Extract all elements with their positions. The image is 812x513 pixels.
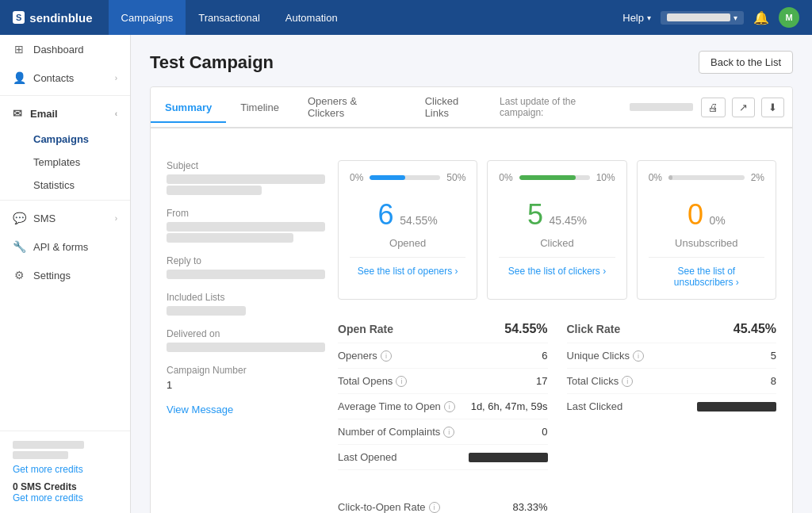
sidebar-bottom: Get more credits 0 SMS Credits Get more … bbox=[0, 431, 130, 513]
get-more-credits-link-2[interactable]: Get more credits bbox=[13, 492, 83, 503]
divider-2 bbox=[0, 200, 130, 201]
open-rate-title: Open Rate bbox=[338, 323, 393, 335]
nav-right: Help ▾ ▾ 🔔 M bbox=[622, 7, 799, 28]
top-navigation: S sendinblue Campaigns Transactional Aut… bbox=[0, 0, 812, 35]
divider bbox=[0, 95, 130, 96]
sidebar-item-statistics[interactable]: Statistics bbox=[0, 174, 130, 197]
complaints-info-icon[interactable]: i bbox=[443, 427, 454, 438]
help-button[interactable]: Help ▾ bbox=[622, 12, 651, 24]
opened-bar-track bbox=[370, 175, 440, 180]
subject-label: Subject bbox=[167, 160, 325, 171]
openers-info-icon[interactable]: i bbox=[381, 350, 392, 362]
last-opened-key: Last Opened bbox=[338, 451, 396, 463]
stat-cards: 0% 50% 6 54.55% Opened See bbox=[338, 160, 776, 300]
last-clicked-blurred bbox=[697, 402, 776, 412]
tab-clicked-links[interactable]: Clicked Links bbox=[411, 87, 500, 128]
last-clicked-key: Last Clicked bbox=[567, 400, 623, 412]
campaign-number-value: 1 bbox=[167, 379, 325, 391]
download-button[interactable]: ⬇ bbox=[761, 98, 784, 117]
total-opens-info-icon[interactable]: i bbox=[396, 376, 407, 387]
email-chevron-icon: ‹ bbox=[115, 109, 117, 118]
stat-card-unsubscribed: 0% 2% 0 0% Unsubscribed Se bbox=[637, 160, 776, 300]
unique-clicks-key: Unique Clicks i bbox=[567, 350, 644, 362]
sidebar-item-contacts[interactable]: 👤 Contacts › bbox=[0, 63, 130, 92]
sidebar-item-api-forms[interactable]: 🔧 API & forms bbox=[0, 232, 130, 261]
complaints-key: Number of Complaints i bbox=[338, 426, 454, 438]
total-clicks-row: Total Clicks i 8 bbox=[567, 369, 777, 394]
tab-openers-clickers[interactable]: Openers & Clickers bbox=[293, 87, 411, 128]
opened-bar-fill bbox=[370, 175, 404, 180]
openers-val: 6 bbox=[542, 350, 547, 362]
unique-clicks-row: Unique Clicks i 5 bbox=[567, 343, 777, 369]
nav-transactional[interactable]: Transactional bbox=[186, 0, 273, 35]
last-opened-blurred bbox=[469, 453, 548, 462]
sms-credits-label: 0 SMS Credits bbox=[13, 481, 117, 492]
email-icon: ✉ bbox=[13, 107, 22, 120]
tab-timeline[interactable]: Timeline bbox=[226, 94, 293, 123]
sidebar-item-campaigns[interactable]: Campaigns bbox=[0, 128, 130, 151]
view-message-link[interactable]: View Message bbox=[167, 404, 233, 415]
tab-summary[interactable]: Summary bbox=[151, 94, 226, 123]
spacer-row bbox=[338, 470, 548, 495]
reply-to-label: Reply to bbox=[167, 255, 325, 266]
unique-clicks-val: 5 bbox=[771, 350, 776, 362]
stat-card-opened: 0% 50% 6 54.55% Opened See bbox=[338, 160, 477, 300]
unique-clicks-info-icon[interactable]: i bbox=[633, 350, 644, 362]
user-menu-button[interactable]: ▾ bbox=[661, 11, 744, 25]
from-value-1 bbox=[167, 222, 325, 232]
click-to-open-val: 83.33% bbox=[512, 501, 547, 513]
back-to-list-button[interactable]: Back to the List bbox=[699, 51, 793, 74]
contacts-chevron-icon: › bbox=[115, 74, 117, 82]
included-lists-section: Included Lists bbox=[167, 292, 325, 316]
email-credits-blurred bbox=[13, 441, 84, 449]
share-button[interactable]: ↗ bbox=[732, 98, 755, 117]
from-label: From bbox=[167, 208, 325, 219]
sidebar-section-email[interactable]: ✉ Email ‹ bbox=[0, 99, 130, 128]
sidebar-item-sms[interactable]: 💬 SMS › bbox=[0, 204, 130, 232]
clicked-list-link[interactable]: See the list of clickers › bbox=[499, 257, 615, 277]
username-blurred bbox=[667, 13, 730, 21]
total-clicks-info-icon[interactable]: i bbox=[622, 376, 633, 387]
opened-list-link[interactable]: See the list of openers › bbox=[350, 257, 465, 277]
avatar[interactable]: M bbox=[779, 7, 799, 28]
subject-value-2 bbox=[167, 186, 262, 195]
sidebar: ⊞ Dashboard 👤 Contacts › ✉ Email ‹ Campa… bbox=[0, 35, 131, 513]
unsub-percent: 0% bbox=[710, 214, 726, 227]
open-rate-header-row: Open Rate 54.55% bbox=[338, 316, 548, 343]
unsub-bar-row: 0% 2% bbox=[649, 172, 764, 183]
openers-row: Openers i 6 bbox=[338, 343, 548, 369]
complaints-val: 0 bbox=[542, 426, 547, 438]
unsub-list-link[interactable]: See the list of unsubscribers › bbox=[649, 257, 764, 288]
open-rate-value: 54.55% bbox=[504, 322, 547, 336]
sidebar-item-settings[interactable]: ⚙ Settings bbox=[0, 261, 130, 289]
print-button[interactable]: 🖨 bbox=[701, 98, 726, 117]
avg-time-open-info-icon[interactable]: i bbox=[444, 401, 455, 412]
click-to-open-key: Click-to-Open Rate i bbox=[338, 501, 440, 513]
notifications-icon[interactable]: 🔔 bbox=[753, 10, 769, 25]
included-lists-label: Included Lists bbox=[167, 292, 325, 303]
help-chevron-icon: ▾ bbox=[647, 13, 651, 22]
sidebar-item-dashboard[interactable]: ⊞ Dashboard bbox=[0, 35, 130, 63]
nav-campaigns[interactable]: Campaigns bbox=[109, 0, 186, 35]
click-to-open-info-icon[interactable]: i bbox=[429, 502, 440, 513]
campaign-info: Subject From Reply to bbox=[167, 160, 325, 513]
sidebar-item-templates[interactable]: Templates bbox=[0, 151, 130, 174]
metrics-col-left: Open Rate 54.55% Openers i 6 bbox=[338, 316, 548, 513]
nav-automation[interactable]: Automation bbox=[273, 0, 350, 35]
included-lists-value bbox=[167, 306, 246, 316]
get-more-credits-link-1[interactable]: Get more credits bbox=[13, 464, 83, 475]
clicked-number: 5 bbox=[527, 198, 543, 231]
layout: ⊞ Dashboard 👤 Contacts › ✉ Email ‹ Campa… bbox=[0, 35, 812, 513]
tabs-right: Last update of the campaign: 🖨 ↗ ⬇ bbox=[500, 96, 792, 118]
total-clicks-key: Total Clicks i bbox=[567, 375, 634, 387]
campaign-number-section: Campaign Number 1 bbox=[167, 365, 325, 391]
avg-time-open-val: 1d, 6h, 47m, 59s bbox=[471, 400, 548, 412]
main-content: Test Campaign Back to the List Summary T… bbox=[131, 35, 812, 513]
tabs-bar: Summary Timeline Openers & Clickers Clic… bbox=[151, 87, 792, 128]
settings-icon: ⚙ bbox=[13, 269, 25, 281]
delivered-on-value bbox=[167, 343, 325, 352]
unsub-bar-fill bbox=[668, 175, 672, 180]
opened-number: 6 bbox=[378, 198, 394, 231]
avg-time-open-key: Average Time to Open i bbox=[338, 400, 455, 412]
logo-text: sendinblue bbox=[29, 11, 92, 25]
